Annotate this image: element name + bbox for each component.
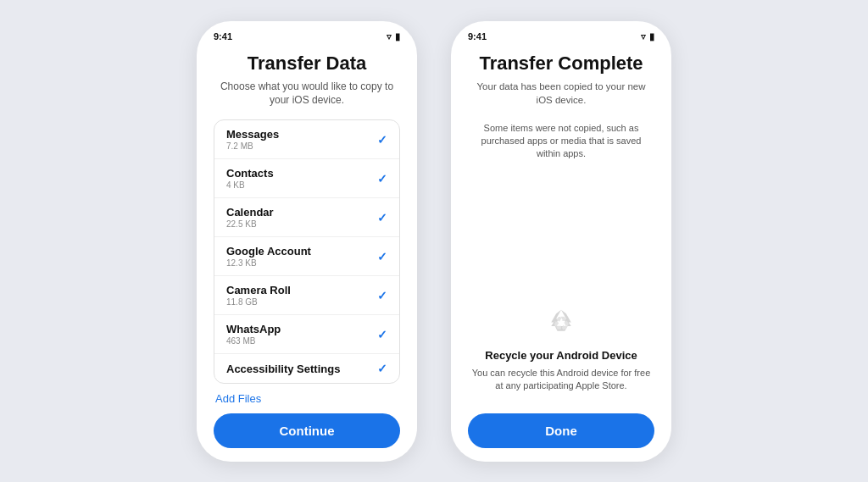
recycle-title: Recycle your Android Device [485,349,637,362]
item-size: 11.8 GB [226,297,291,307]
transfer-data-title: Transfer Data [214,53,400,75]
item-info: Accessibility Settings [226,363,340,375]
item-info: Messages 7.2 MB [226,128,279,151]
list-item[interactable]: Messages 7.2 MB ✓ [214,120,399,159]
item-name: Messages [226,128,279,141]
item-info: Google Account 12.3 KB [226,245,311,268]
item-size: 7.2 MB [226,141,279,151]
status-bar-left: 9:41 [197,21,417,46]
transfer-data-subtitle: Choose what you would like to copy to yo… [214,80,400,108]
transfer-complete-note: Some items were not copied, such as purc… [468,115,654,168]
phones-container: 9:41 Transfer Data Choose what you would… [197,21,671,462]
items-list: Messages 7.2 MB ✓ Contacts 4 KB ✓ Calend… [214,119,400,383]
item-size: 463 MB [226,336,281,346]
item-size: 4 KB [226,180,274,190]
checkmark-icon: ✓ [377,133,387,147]
checkmark-icon: ✓ [377,172,387,186]
done-button[interactable]: Done [468,413,654,448]
transfer-complete-subtitle: Your data has been copied to your new iO… [468,80,654,107]
recycle-desc: You can recycle this Android device for … [468,367,654,393]
recycle-area: ♻ Recycle your Android Device You can re… [468,305,654,407]
item-size: 22.5 KB [226,219,274,229]
wifi-icon-right [641,31,646,42]
checkmark-icon: ✓ [377,328,387,341]
add-files-link[interactable]: Add Files [214,392,400,405]
list-item[interactable]: Calendar 22.5 KB ✓ [214,198,399,237]
status-bar-right: 9:41 [451,21,671,46]
continue-button[interactable]: Continue [214,413,400,448]
item-name: Calendar [226,206,274,219]
checkmark-icon: ✓ [377,250,387,263]
item-size: 12.3 KB [226,258,311,268]
time-right: 9:41 [468,31,487,42]
item-name: Contacts [226,167,274,180]
checkmark-icon: ✓ [377,289,387,302]
wifi-icon [387,31,392,42]
list-item[interactable]: Accessibility Settings ✓ [214,354,399,383]
right-phone-content: Transfer Complete Your data has been cop… [451,46,671,462]
checkmark-icon: ✓ [377,362,387,375]
status-icons-right [641,31,654,42]
transfer-complete-title: Transfer Complete [479,53,643,75]
battery-icon-right [649,31,654,42]
right-phone: 9:41 Transfer Complete Your data has bee… [451,21,671,462]
item-name: Google Account [226,245,311,258]
item-name: Accessibility Settings [226,363,340,375]
item-name: Camera Roll [226,284,291,296]
list-item[interactable]: Camera Roll 11.8 GB ✓ [214,276,399,315]
list-item[interactable]: WhatsApp 463 MB ✓ [214,315,399,354]
time-left: 9:41 [214,31,232,42]
checkmark-icon: ✓ [377,211,387,224]
list-item[interactable]: Contacts 4 KB ✓ [214,159,399,198]
item-info: Calendar 22.5 KB [226,206,274,229]
recycle-icon: ♻ [542,305,580,342]
list-item[interactable]: Google Account 12.3 KB ✓ [214,237,399,276]
left-phone: 9:41 Transfer Data Choose what you would… [197,21,417,462]
item-info: Contacts 4 KB [226,167,274,190]
status-icons-left [387,31,400,42]
item-info: WhatsApp 463 MB [226,323,281,346]
svg-text:♻: ♻ [553,313,570,335]
item-info: Camera Roll 11.8 GB [226,284,291,307]
item-name: WhatsApp [226,323,281,335]
left-phone-content: Transfer Data Choose what you would like… [197,46,417,462]
battery-icon [395,31,400,42]
